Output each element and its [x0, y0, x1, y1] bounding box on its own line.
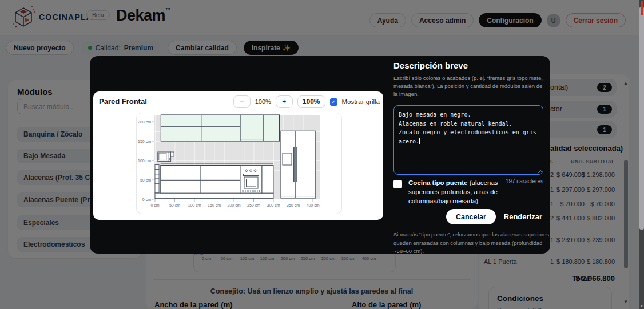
- zoom-out-button[interactable]: −: [233, 95, 251, 108]
- x-axis-ticks: [155, 199, 313, 202]
- fridge[interactable]: [281, 131, 316, 198]
- char-counter: 197 caracteres: [506, 178, 543, 184]
- resize-grip-icon[interactable]: [538, 169, 542, 173]
- wall-canvas[interactable]: 200 cm 150 cm 100 cm 50 cm 0 cm 0 cm 50 …: [136, 113, 342, 214]
- cocina-tipo-puente-label: Cocina tipo puente (alacenas superiores …: [408, 178, 507, 206]
- render-description-modal: Pared Frontal − 100% + 100% ✓ Mostrar gr…: [90, 56, 550, 254]
- scroll-down-icon[interactable]: ▼: [639, 304, 644, 308]
- hint-line: la imagen.: [393, 90, 543, 98]
- zoom-in-button[interactable]: +: [276, 95, 293, 108]
- cancelar-button[interactable]: Cancelar: [446, 209, 496, 224]
- description-column: Descripción breve Escribí sólo colores o…: [393, 61, 543, 70]
- description-textarea[interactable]: Bajo mesada en negro. Alacenas en roble …: [393, 105, 543, 175]
- x-axis-label: 50 cm: [169, 203, 180, 207]
- hint-line: Escribí sólo colores o acabados (p. ej. …: [393, 74, 543, 82]
- toe-kick[interactable]: [155, 193, 273, 199]
- modal-actions: Cancelar Renderizar: [446, 209, 543, 224]
- mostrar-grilla-label: Mostrar grilla: [342, 98, 380, 105]
- x-axis-label: 300 cm: [267, 203, 280, 207]
- footnote-line: queden enrasadas con columnas y bajo mes…: [393, 239, 549, 248]
- y-axis-label: 100 cm: [138, 159, 151, 163]
- wall-preview-panel: Pared Frontal − 100% + 100% ✓ Mostrar gr…: [93, 91, 383, 220]
- checkbox-label-bold: Cocina tipo puente: [408, 179, 468, 186]
- x-axis-label: 250 cm: [247, 203, 260, 207]
- y-axis-label: 50 cm: [140, 178, 151, 182]
- upper-cabinets[interactable]: [161, 115, 279, 141]
- x-axis-label: 100 cm: [188, 203, 201, 207]
- footnote-line: ~58–60 cm).: [393, 247, 549, 256]
- x-axis-label: 200 cm: [228, 203, 241, 207]
- x-axis-label: 400 cm: [307, 203, 320, 207]
- app-root: COCINAPLAY Beta Dekam™ Ayuda Acceso admi…: [0, 0, 644, 309]
- renderizar-button[interactable]: Renderizar: [503, 212, 543, 221]
- zoom-reset-button[interactable]: 100%: [297, 95, 325, 108]
- x-axis-label: 150 cm: [208, 203, 221, 207]
- canvas-controls: − 100% + 100% ✓ Mostrar grilla: [233, 95, 380, 108]
- wall-title: Pared Frontal: [99, 97, 147, 106]
- x-axis-label: 350 cm: [287, 203, 300, 207]
- y-axis-label: 200 cm: [138, 120, 151, 124]
- browser-scrollbar[interactable]: ▲ ▼: [639, 0, 644, 309]
- footnote-line: Si marcás “tipo puente”, reforzamos que …: [393, 231, 549, 239]
- description-hint: Escribí sólo colores o acabados (p. ej. …: [393, 74, 543, 98]
- oven[interactable]: [240, 166, 262, 194]
- kitchen-elevation-drawing: 200 cm 150 cm 100 cm 50 cm 0 cm 0 cm 50 …: [137, 113, 342, 214]
- cocina-tipo-puente-checkbox[interactable]: [393, 180, 402, 188]
- text-caret: [419, 138, 420, 144]
- scrollbar-thumb[interactable]: [639, 7, 644, 230]
- counter-section[interactable]: [262, 166, 273, 194]
- side-shelf-rack[interactable]: [155, 165, 159, 193]
- scrollbar-marker: [641, 1, 643, 15]
- description-title: Descripción breve: [393, 61, 543, 70]
- y-axis-label: 0 cm: [142, 198, 151, 202]
- mostrar-grilla-checkbox[interactable]: ✓: [330, 98, 337, 106]
- y-axis-label: 150 cm: [138, 139, 151, 143]
- modal-footnote: Si marcás “tipo puente”, reforzamos que …: [393, 231, 549, 256]
- x-axis-label: 0 cm: [150, 203, 159, 207]
- hint-line: mesada blanca”). La posición y cantidad …: [393, 82, 543, 90]
- zoom-value: 100%: [255, 98, 271, 105]
